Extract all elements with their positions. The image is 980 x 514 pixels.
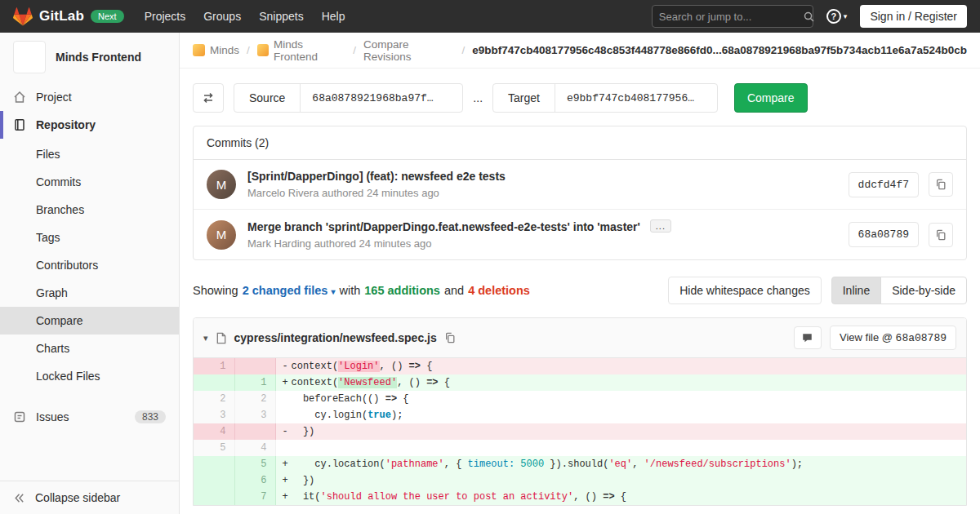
compare-button[interactable]: Compare [734, 83, 808, 113]
old-line-number[interactable] [194, 489, 234, 505]
new-line-number[interactable] [234, 358, 275, 374]
commit-row: M Merge branch 'sprint/DapperDingo.feat.… [194, 209, 966, 259]
sidebar-item-project[interactable]: Project [0, 83, 179, 111]
additions-count: 165 additions [364, 284, 440, 297]
commit-row: M [Sprint/DapperDingo] (feat): newsfeed … [194, 160, 966, 209]
nav-link-projects[interactable]: Projects [136, 5, 195, 28]
diff-line: 1 -context('Login', () => { [194, 358, 966, 374]
diff-code-cell [275, 440, 966, 456]
old-line-number[interactable] [194, 374, 234, 391]
commits-panel: Commits (2) M [Sprint/DapperDingo] (feat… [193, 126, 967, 260]
file-path-link[interactable]: cypress/integration/newsfeed.spec.js [234, 331, 437, 344]
diff-line: 1 +context('Newsfeed', () => { [194, 374, 966, 391]
swap-revisions-button[interactable] [193, 83, 224, 113]
view-file-button[interactable]: View file @ 68a08789 [830, 326, 956, 350]
diff-line: 5 + cy.location('pathname', { timeout: 5… [194, 456, 966, 472]
sidebar-item-tags[interactable]: Tags [0, 224, 179, 251]
new-line-number[interactable]: 3 [234, 407, 275, 423]
hide-whitespace-button[interactable]: Hide whitespace changes [668, 277, 822, 304]
toggle-comments-button[interactable] [794, 326, 822, 349]
commit-author-avatar[interactable]: M [207, 220, 236, 250]
target-ref-field[interactable]: Target e9bbf747cb408177956… [492, 83, 718, 113]
diff-line: 3 3 cy.login(true); [194, 407, 966, 423]
sidebar-item-charts[interactable]: Charts [0, 335, 179, 362]
chevron-down-icon: ▾ [331, 287, 335, 296]
nav-link-help[interactable]: Help [313, 5, 354, 28]
issues-count-badge: 833 [135, 410, 166, 423]
commits-panel-header: Commits (2) [194, 126, 966, 160]
diff-file-panel: ▾ cypress/integration/newsfeed.spec.js [193, 317, 967, 506]
diff-code-cell: + it('should allow the user to post an a… [275, 489, 966, 505]
collapse-sidebar-button[interactable]: Collapse sidebar [0, 481, 179, 514]
project-sidebar: Minds Frontend Project Repository Files … [0, 33, 180, 514]
expand-commit-message-button[interactable]: ... [650, 219, 671, 233]
new-line-number[interactable]: 2 [234, 391, 275, 407]
sidebar-item-locked-files[interactable]: Locked Files [0, 362, 179, 390]
sidebar-item-branches[interactable]: Branches [0, 196, 179, 224]
copy-sha-button[interactable] [929, 223, 953, 247]
help-dropdown[interactable]: ? ▾ [826, 9, 848, 24]
diff-code-cell: cy.login(true); [275, 407, 966, 423]
copy-sha-button[interactable] [929, 172, 953, 197]
new-line-number[interactable]: 6 [234, 472, 275, 489]
nav-link-snippets[interactable]: Snippets [250, 5, 312, 28]
source-ref-value: 68a0878921968ba97f… [301, 84, 462, 112]
tanuki-icon [13, 7, 33, 26]
new-line-number[interactable]: 4 [234, 440, 275, 456]
old-line-number[interactable] [194, 472, 234, 489]
old-line-number[interactable] [194, 456, 234, 472]
copy-path-icon[interactable] [444, 332, 456, 343]
commit-sha-link[interactable]: ddcfd4f7 [849, 172, 919, 197]
diff-line: 5 4 [194, 440, 966, 456]
project-mini-avatar [257, 44, 269, 56]
old-line-number[interactable]: 3 [194, 407, 234, 423]
commit-title-link[interactable]: Merge branch 'sprint/DapperDingo.feat.ne… [247, 220, 640, 233]
sidebar-item-repository[interactable]: Repository [0, 111, 179, 139]
commit-sha-link[interactable]: 68a08789 [849, 222, 919, 247]
gitlab-logo[interactable]: GitLab Next [13, 7, 124, 26]
breadcrumb-separator: / [353, 44, 356, 56]
commit-author-avatar[interactable]: M [207, 170, 236, 199]
inline-view-button[interactable]: Inline [831, 277, 881, 304]
breadcrumb-link-group[interactable]: Minds [193, 44, 239, 56]
collapse-file-caret[interactable]: ▾ [203, 333, 208, 343]
old-line-number[interactable]: 4 [194, 423, 234, 440]
file-icon [216, 332, 227, 344]
changed-files-dropdown[interactable]: 2 changed files ▾ [243, 284, 336, 297]
main-content: Minds / Minds Frontend / Compare Revisio… [180, 33, 980, 514]
sidebar-item-files[interactable]: Files [0, 140, 179, 168]
breadcrumb-link-compare[interactable]: Compare Revisions [363, 38, 454, 63]
breadcrumb-label: Minds [210, 44, 239, 56]
search-input[interactable] [659, 11, 803, 23]
sidebar-item-compare[interactable]: Compare [0, 307, 179, 335]
nav-link-groups[interactable]: Groups [194, 5, 250, 28]
old-line-number[interactable]: 1 [194, 358, 234, 374]
new-line-number[interactable]: 7 [234, 489, 275, 505]
global-search[interactable] [652, 5, 813, 28]
sidebar-item-commits[interactable]: Commits [0, 168, 179, 196]
search-icon [803, 11, 815, 23]
project-context-header[interactable]: Minds Frontend [0, 33, 179, 83]
sidebar-item-label: Project [36, 91, 72, 104]
new-line-number[interactable]: 1 [234, 374, 275, 391]
sidebar-item-contributors[interactable]: Contributors [0, 251, 179, 279]
breadcrumb-label: Compare Revisions [363, 38, 454, 63]
source-ref-field[interactable]: Source 68a0878921968ba97f… [234, 83, 463, 113]
new-line-number[interactable]: 5 [234, 456, 275, 472]
diff-code-cell: - }) [275, 423, 966, 440]
diff-line: 6 + }) [194, 472, 966, 489]
diff-view-toggle: Inline Side-by-side [831, 277, 967, 304]
book-icon [13, 118, 26, 131]
target-ref-value: e9bbf747cb408177956… [555, 84, 717, 112]
side-by-side-view-button[interactable]: Side-by-side [880, 277, 967, 304]
old-line-number[interactable]: 5 [194, 440, 234, 456]
new-line-number[interactable] [234, 423, 275, 440]
diff-file-header: ▾ cypress/integration/newsfeed.spec.js [194, 318, 966, 358]
diff-line: 7 + it('should allow the user to post an… [194, 489, 966, 505]
sidebar-item-graph[interactable]: Graph [0, 279, 179, 307]
breadcrumb-link-project[interactable]: Minds Frontend [257, 38, 346, 63]
sign-in-button[interactable]: Sign in / Register [860, 5, 967, 28]
sidebar-item-issues[interactable]: Issues 833 [0, 403, 179, 431]
commit-title-link[interactable]: [Sprint/DapperDingo] (feat): newsfeed e2… [247, 170, 837, 183]
old-line-number[interactable]: 2 [194, 391, 234, 407]
